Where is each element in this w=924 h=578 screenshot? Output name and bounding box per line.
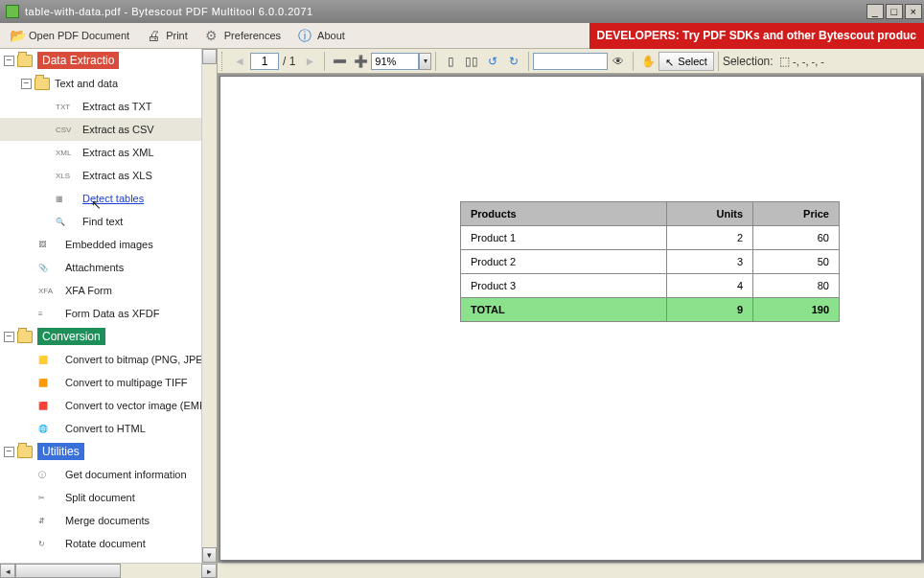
sidebar-vscrollbar[interactable] — [201, 49, 217, 563]
about-button[interactable]: About — [292, 26, 351, 45]
page-total-label: / 1 — [283, 55, 295, 68]
window-title: table-with-data.pdf - Bytescout PDF Mult… — [25, 6, 313, 17]
zoom-value: 91% — [375, 56, 396, 67]
tree-utilities[interactable]: Utilities — [0, 440, 217, 463]
xfa-icon: XFA — [38, 285, 59, 297]
select-tool-button[interactable]: ↖Select — [658, 52, 714, 71]
search-icon: 🔍 — [56, 216, 77, 228]
print-button[interactable]: Print — [141, 26, 194, 45]
tree-detect-tables[interactable]: ▦Detect tables↖ — [0, 187, 217, 210]
xfdf-icon: ≡ — [38, 308, 59, 320]
tree-split[interactable]: ✂Split document — [0, 486, 217, 509]
tree-conv-emf[interactable]: 🟥Convert to vector image (EMF) — [0, 394, 217, 417]
open-pdf-button[interactable]: Open PDF Document — [4, 26, 135, 45]
preferences-button[interactable]: Preferences — [199, 26, 287, 45]
tree-conv-bitmap[interactable]: 🟨Convert to bitmap (PNG, JPEG, — [0, 348, 217, 371]
txt-icon: TXT — [56, 101, 77, 113]
rotate-ccw-button[interactable]: ↺ — [482, 51, 503, 72]
form-data-xfdf-label: Form Data as XFDF — [65, 308, 159, 319]
find-button[interactable]: 👁 — [608, 51, 629, 72]
folder-icon — [17, 55, 33, 67]
single-page-button[interactable]: ▯ — [440, 51, 461, 72]
cursor-icon: ↖ — [665, 57, 675, 66]
tree-extract-xml[interactable]: XMLExtract as XML — [0, 141, 217, 164]
tree-form-data-xfdf[interactable]: ≡Form Data as XFDF — [0, 302, 217, 325]
collapse-icon[interactable] — [4, 56, 14, 66]
embedded-images-label: Embedded images — [65, 239, 153, 250]
extract-xml-label: Extract as XML — [82, 147, 154, 158]
emf-icon: 🟥 — [38, 400, 59, 412]
hand-tool-button[interactable]: ✋ — [637, 51, 658, 72]
collapse-icon[interactable] — [4, 447, 14, 457]
print-icon — [147, 28, 162, 43]
two-page-button[interactable]: ▯▯ — [461, 51, 482, 72]
extract-xls-label: Extract as XLS — [82, 170, 152, 181]
tiff-icon: 🟧 — [38, 377, 59, 389]
app-icon — [6, 5, 19, 18]
developer-banner[interactable]: DEVELOPERS: Try PDF SDKs and other Bytes… — [589, 23, 924, 49]
page-number-input[interactable] — [250, 53, 279, 70]
split-label: Split document — [65, 492, 135, 503]
html-icon: 🌐 — [38, 423, 59, 435]
data-extraction-label: Data Extractio — [37, 52, 119, 69]
zoom-dropdown-button[interactable] — [419, 53, 431, 70]
tree-text-and-data[interactable]: Text and data — [0, 72, 217, 95]
zoom-in-button[interactable]: ➕ — [350, 51, 371, 72]
viewer-hscrollbar[interactable] — [218, 563, 924, 578]
minimize-button[interactable]: _ — [866, 4, 884, 19]
rotate-cw-button[interactable]: ↻ — [503, 51, 524, 72]
merge-icon: ⇵ — [38, 515, 59, 527]
detect-tables-label: Detect tables — [82, 193, 144, 204]
tree-extract-xls[interactable]: XLSExtract as XLS — [0, 164, 217, 187]
zoom-input[interactable]: 91% — [371, 53, 419, 70]
table-icon: ▦ — [56, 193, 77, 205]
tree-data-extraction[interactable]: Data Extractio — [0, 49, 217, 72]
next-page-button[interactable]: ► — [299, 51, 320, 72]
sidebar-hscrollbar[interactable] — [0, 563, 217, 578]
search-input[interactable] — [533, 53, 608, 70]
images-icon: 🖼 — [38, 239, 59, 251]
tree-extract-csv[interactable]: CSVExtract as CSV — [0, 118, 217, 141]
merge-label: Merge documents — [65, 515, 150, 526]
tree-find-text[interactable]: 🔍Find text — [0, 210, 217, 233]
collapse-icon[interactable] — [4, 332, 14, 342]
conv-bitmap-label: Convert to bitmap (PNG, JPEG, — [65, 354, 214, 365]
tree-rotate[interactable]: ↻Rotate document — [0, 532, 217, 555]
tree-embedded-images[interactable]: 🖼Embedded images — [0, 233, 217, 256]
tree-merge[interactable]: ⇵Merge documents — [0, 509, 217, 532]
open-icon — [10, 28, 25, 43]
bitmap-icon: 🟨 — [38, 354, 59, 366]
tree-extract-txt[interactable]: TXTExtract as TXT — [0, 95, 217, 118]
find-text-label: Find text — [82, 216, 123, 227]
maximize-button[interactable]: □ — [886, 4, 903, 19]
xfa-form-label: XFA Form — [65, 285, 112, 296]
gear-icon — [205, 28, 220, 43]
tree-conv-html[interactable]: 🌐Convert to HTML — [0, 417, 217, 440]
xml-icon: XML — [56, 147, 77, 159]
prefs-label: Preferences — [224, 30, 281, 41]
prev-page-button[interactable]: ◄ — [229, 51, 250, 72]
pdf-page[interactable]: ProductsUnitsPriceProduct 1260Product 23… — [219, 76, 922, 561]
tree-get-info[interactable]: ⓘGet document information — [0, 463, 217, 486]
pdf-table: ProductsUnitsPriceProduct 1260Product 23… — [460, 201, 840, 322]
tree-conversion[interactable]: Conversion — [0, 325, 217, 348]
collapse-icon[interactable] — [21, 79, 32, 89]
print-label: Print — [166, 30, 188, 41]
folder-icon — [17, 446, 33, 458]
window-titlebar: table-with-data.pdf - Bytescout PDF Mult… — [0, 0, 924, 23]
selection-label: Selection: — [723, 55, 774, 68]
extract-txt-label: Extract as TXT — [82, 101, 152, 112]
selection-coords: ⬚ -, -, -, - — [779, 55, 824, 68]
xls-icon: XLS — [56, 170, 77, 182]
zoom-out-button[interactable]: ➖ — [329, 51, 350, 72]
tree-attachments[interactable]: 📎Attachments — [0, 256, 217, 279]
tree-xfa-form[interactable]: XFAXFA Form — [0, 279, 217, 302]
grip-icon — [221, 52, 225, 71]
folder-icon — [35, 78, 50, 90]
select-label: Select — [678, 56, 707, 67]
split-icon: ✂ — [38, 492, 59, 504]
tree-conv-tiff[interactable]: 🟧Convert to multipage TIFF — [0, 371, 217, 394]
info-icon — [298, 28, 313, 43]
close-button[interactable]: × — [905, 4, 922, 19]
conversion-label: Conversion — [37, 328, 105, 345]
